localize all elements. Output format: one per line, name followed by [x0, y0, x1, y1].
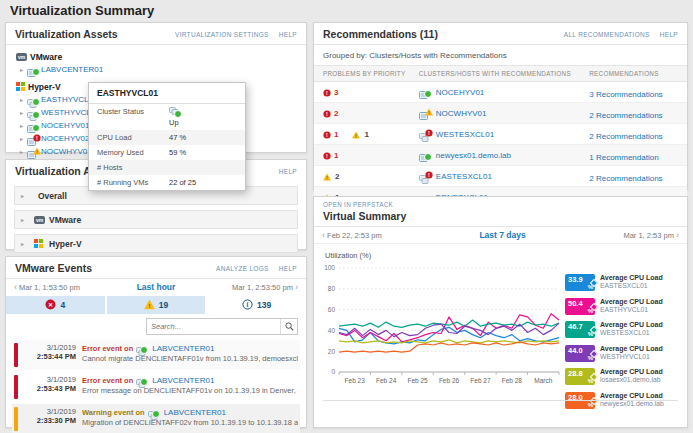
legend-item[interactable]: 28.8%Average CPU Loadlosaesx01.demo.lab	[565, 368, 681, 385]
cluster-host-link[interactable]: NOCWHYV01	[436, 109, 487, 118]
event-datetime: 3/1/20192:53:44 PM	[24, 343, 76, 367]
tab-error[interactable]: ✕4	[6, 296, 105, 314]
tooltip-row: # Running VMs22 of 25	[89, 175, 245, 190]
tooltip-row-label: # Running VMs	[97, 178, 169, 187]
recommendation-link[interactable]: 2 Recommendations	[589, 132, 662, 141]
severity-bar	[14, 343, 18, 367]
summary-range-end: Mar 1, 2:53 pm	[623, 231, 673, 240]
search-icon[interactable]	[280, 319, 297, 334]
svg-text:20: 20	[328, 348, 336, 355]
events-range-start: Mar 1, 1:53:50 pm	[19, 283, 80, 292]
event-row: 3/1/20192:53:44 PMError event onLABVCENT…	[12, 340, 300, 370]
summary-prev-icon[interactable]: ‹	[322, 230, 325, 240]
legend-item[interactable]: 46.7%Average CPU LoadWESTESXCL01	[565, 321, 681, 338]
event-text: Warning event onLABVCENTER01Migration of…	[82, 407, 298, 431]
legend-metric: Average CPU Load	[600, 274, 663, 282]
legend-item[interactable]: 44.0%Average CPU LoadWESTHYVCL01	[565, 345, 681, 362]
tooltip-status-value: Up	[169, 118, 183, 127]
cluster-icon	[27, 95, 38, 105]
analyze-logs-link[interactable]: ANALYZE LOGS	[216, 265, 269, 272]
cluster-icon: !	[419, 171, 430, 181]
virtualization-settings-link[interactable]: VIRTUALIZATION SETTINGS	[175, 31, 269, 38]
tooltip-row-label: Memory Used	[97, 148, 169, 157]
host-icon	[419, 150, 430, 160]
tab-info[interactable]: i139	[207, 296, 306, 314]
hyperv-icon	[34, 239, 45, 249]
critical-icon: !	[323, 125, 331, 143]
chart-ylabel: Utilization (%)	[325, 251, 687, 260]
all-recommendations-link[interactable]: ALL RECOMMENDATIONS	[564, 31, 650, 38]
asset-details-help-link[interactable]: HELP	[279, 168, 297, 175]
recommendation-link[interactable]: 3 Recommendations	[589, 90, 662, 99]
event-target-link[interactable]: LABVCENTER01	[152, 344, 214, 353]
recommendation-link[interactable]: 1 Recommendation	[589, 153, 658, 162]
tree-group-vmware: vmVMware	[16, 50, 298, 63]
svg-text:Feb 27: Feb 27	[470, 377, 491, 384]
legend-text: Average CPU Loadlosaesx01.demo.lab	[600, 368, 663, 384]
recommendation-link[interactable]: 2 Recommendations	[589, 111, 662, 120]
up-status-icon	[140, 346, 148, 354]
legend-item[interactable]: 33.9%Average CPU LoadEASTESXCL01	[565, 274, 681, 291]
events-search-input[interactable]	[147, 319, 280, 334]
tree-item-labvcenter01: ▸LABVCENTER01	[20, 63, 298, 76]
virtual-summary-panel: OPEN IN PERFSTACK Virtual Summary ‹ Feb …	[313, 196, 688, 428]
expand-arrow-icon[interactable]: ▸	[20, 96, 27, 103]
events-prev-icon[interactable]: ‹	[14, 282, 17, 292]
svg-text:Feb 26: Feb 26	[439, 377, 460, 384]
expand-arrow-icon: ▸	[21, 192, 28, 199]
legend-text: Average CPU LoadEASTESXCL01	[600, 274, 663, 290]
events-range-end: Mar 1, 2:53:50 pm	[232, 283, 293, 292]
tree-node-link[interactable]: NOCWHYV01	[41, 147, 92, 156]
cluster-host-link[interactable]: EASTESXCL01	[436, 172, 492, 181]
events-range-selector[interactable]: Last hour	[137, 282, 176, 292]
cluster-host-link[interactable]: NOCEHYV01	[436, 88, 484, 97]
host-icon	[419, 87, 430, 97]
critical-count: 2	[334, 109, 338, 118]
cluster-host-cell: !WESTESXCL01	[419, 129, 589, 139]
expand-arrow-icon[interactable]: ▸	[20, 135, 27, 142]
expand-arrow-icon[interactable]: ▸	[20, 122, 27, 129]
tooltip-row: CPU Load47 %	[89, 130, 245, 145]
event-target-link[interactable]: LABVCENTER01	[152, 376, 214, 385]
event-datetime: 3/1/20192:33:30 PM	[24, 407, 76, 431]
assets-help-link[interactable]: HELP	[279, 31, 297, 38]
tab-count: 19	[159, 300, 168, 310]
tooltip-row-label: CPU Load	[97, 133, 169, 142]
open-in-perfstack-link[interactable]: OPEN IN PERFSTACK	[323, 201, 678, 208]
cluster-host-link[interactable]: WESTESXCL01	[436, 130, 494, 139]
events-next-icon[interactable]: ›	[295, 282, 298, 292]
legend-item[interactable]: 50.4%Average CPU LoadEASTHYVCL01	[565, 298, 681, 315]
expand-arrow-icon[interactable]: ▸	[20, 109, 27, 116]
tree-node-link[interactable]: NOCEHYV02	[41, 134, 89, 143]
accordion-row-vmware[interactable]: ▸vmVMware	[14, 210, 298, 229]
expand-arrow-icon[interactable]: ▸	[20, 66, 27, 73]
vmware-icon: vm	[16, 53, 27, 61]
events-list: 3/1/20192:53:44 PMError event onLABVCENT…	[6, 338, 306, 433]
tooltip-row-value: 22 of 25	[169, 178, 196, 187]
host-icon: !	[419, 108, 430, 118]
legend-metric: Average CPU Load	[600, 368, 663, 376]
recommendation-link[interactable]: 2 Recommendations	[589, 174, 662, 183]
tooltip-row-value: 47 %	[169, 133, 186, 142]
recommendations-panel: Recommendations (11) ALL RECOMMENDATIONS…	[313, 22, 688, 190]
vcenter-icon	[136, 343, 146, 353]
legend-metric: Average CPU Load	[600, 392, 664, 400]
tree-node-link[interactable]: NOCEHYV01	[41, 121, 89, 130]
events-help-link[interactable]: HELP	[279, 265, 297, 272]
tab-warning[interactable]: !19	[107, 296, 206, 314]
expand-arrow-icon[interactable]: ▸	[20, 148, 27, 155]
event-headline: Error event onLABVCENTER01	[82, 343, 298, 353]
host-icon: !	[27, 147, 38, 157]
tree-node-link[interactable]: LABVCENTER01	[41, 65, 103, 74]
accordion-row-hyper-v[interactable]: ▸Hyper-V	[14, 234, 298, 253]
event-target-link[interactable]: LABVCENTER01	[164, 408, 226, 417]
cluster-host-link[interactable]: newyesx01.demo.lab	[436, 151, 511, 160]
recommendations-cell: 2 Recommendations	[589, 104, 678, 122]
recommendations-help-link[interactable]: HELP	[660, 31, 678, 38]
tooltip-title: EASTHYVCL01	[89, 83, 245, 104]
summary-next-icon[interactable]: ›	[676, 230, 679, 240]
summary-range-selector[interactable]: Last 7 days	[479, 230, 525, 240]
info-icon: i	[242, 296, 253, 314]
assets-panel-title: Virtualization Assets	[15, 28, 118, 40]
problems-by-priority: !1!1	[323, 125, 419, 143]
